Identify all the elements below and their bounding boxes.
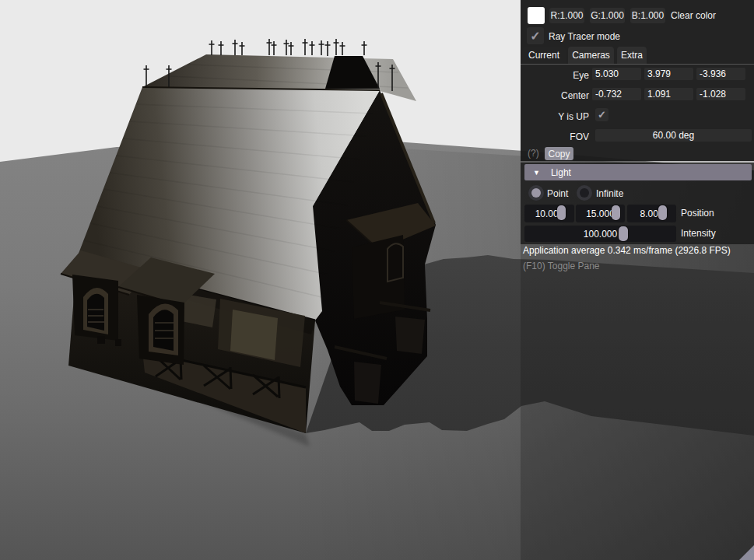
ray-tracer-checkbox[interactable]: ✓ xyxy=(527,27,544,44)
point-label: Point xyxy=(547,188,568,199)
eye-z-field[interactable]: -3.936 xyxy=(696,68,745,80)
performance-stats: Application average 0.342 ms/frame (2926… xyxy=(523,245,731,256)
dormer1-window xyxy=(87,294,104,331)
intensity-slider[interactable]: 100.000 xyxy=(524,226,676,242)
clear-color-label[interactable]: Clear color xyxy=(671,10,716,21)
dormer1-foot xyxy=(97,336,105,344)
tweakbar-panel: R:1.000 G:1.000 B:1.000 Clear color ✓ Ra… xyxy=(521,0,754,560)
light-header-label: Light xyxy=(551,167,571,178)
center-x-field[interactable]: -0.732 xyxy=(592,88,641,100)
red-value-button[interactable]: R:1.000 xyxy=(549,8,584,23)
fov-label: FOV xyxy=(570,131,589,142)
infinite-radio-dot xyxy=(580,188,589,198)
infinite-radio[interactable] xyxy=(577,185,592,201)
eye-y-field[interactable]: 3.979 xyxy=(644,68,693,80)
intensity-slider-handle[interactable] xyxy=(619,226,628,241)
infinite-label: Infinite xyxy=(596,188,623,199)
fov-field[interactable]: 60.00 deg xyxy=(595,129,752,142)
position-x-slider[interactable]: 10.000 xyxy=(524,205,574,222)
color-swatch[interactable] xyxy=(528,7,545,24)
resize-grip[interactable] xyxy=(739,545,754,560)
y-up-checkbox[interactable]: ✓ xyxy=(595,108,608,121)
copy-button[interactable]: Copy xyxy=(545,147,573,160)
center-z-field[interactable]: -1.028 xyxy=(696,88,745,100)
intensity-label: Intensity xyxy=(681,228,716,239)
sign1 xyxy=(395,317,425,354)
eye-x-field[interactable]: 5.030 xyxy=(592,68,641,80)
blue-value-button[interactable]: B:1.000 xyxy=(630,8,665,23)
camera-pane: R:1.000 G:1.000 B:1.000 Clear color ✓ Ra… xyxy=(521,0,754,161)
tab-extra[interactable]: Extra xyxy=(617,47,647,64)
light-header-bar[interactable]: ▼ Light xyxy=(524,164,752,180)
position-z-slider-handle[interactable] xyxy=(658,205,667,220)
light-pane: ▼ Light Point Infinite 10.000 15.000 8.0… xyxy=(521,163,754,244)
collapse-triangle-icon[interactable]: ▼ xyxy=(533,169,540,177)
green-value-button[interactable]: G:1.000 xyxy=(590,8,625,23)
center-y-field[interactable]: 1.091 xyxy=(644,88,693,100)
tab-cameras[interactable]: Cameras xyxy=(568,47,614,64)
position-y-slider-handle[interactable] xyxy=(612,205,620,220)
position-label: Position xyxy=(681,208,714,219)
position-x-slider-handle[interactable] xyxy=(557,205,566,220)
point-radio[interactable] xyxy=(528,185,544,201)
tab-current[interactable]: Current xyxy=(522,47,566,64)
y-up-label: Y is UP xyxy=(558,111,589,122)
sign2 xyxy=(354,362,381,404)
eye-label: Eye xyxy=(573,70,589,81)
center-label: Center xyxy=(561,90,589,101)
tab-separator xyxy=(521,64,754,65)
position-z-slider[interactable]: 8.000 xyxy=(627,205,676,222)
ray-tracer-label: Ray Tracer mode xyxy=(549,31,620,42)
help-icon[interactable]: (?) xyxy=(528,148,539,159)
point-radio-dot xyxy=(531,188,541,198)
raytracer-app-window: R:1.000 G:1.000 B:1.000 Clear color ✓ Ra… xyxy=(0,0,754,560)
dormer1-foot2 xyxy=(115,339,121,346)
toggle-pane-hint: (F10) Toggle Pane xyxy=(523,261,600,271)
